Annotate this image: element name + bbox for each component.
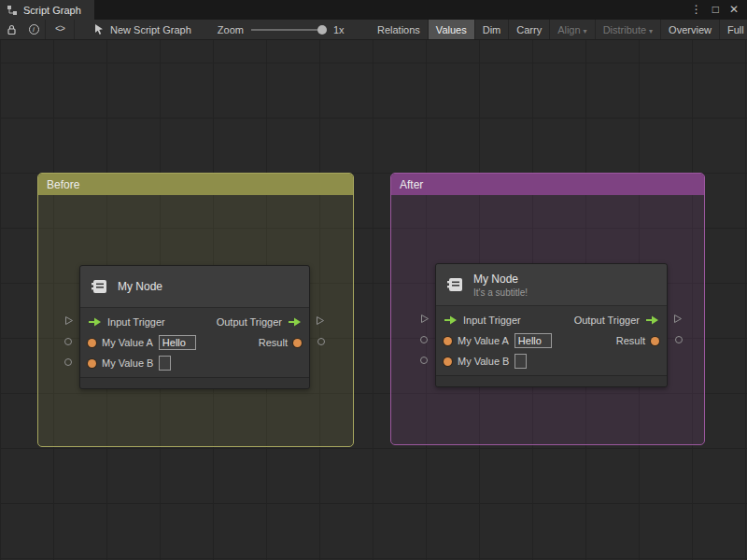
port-label-result: Result xyxy=(259,337,288,348)
group-after-title: After xyxy=(400,178,423,191)
chevron-down-icon: ▾ xyxy=(649,27,653,35)
port-row: My Value A Result xyxy=(436,330,667,351)
value-a-input[interactable] xyxy=(514,333,552,348)
external-trigger-port-left[interactable] xyxy=(420,314,430,324)
external-value-port-right[interactable] xyxy=(317,338,325,345)
value-port-icon[interactable] xyxy=(88,359,96,368)
graph-name: New Script Graph xyxy=(110,24,191,35)
node-footer xyxy=(80,377,309,388)
value-port-icon[interactable] xyxy=(293,339,302,347)
tab-title: Script Graph xyxy=(23,5,81,16)
value-a-input[interactable] xyxy=(159,335,196,350)
port-label-value-a: My Value A xyxy=(458,335,509,346)
external-trigger-port-left[interactable] xyxy=(64,315,74,326)
toolbar-buttons: Relations Values Dim Carry Align ▾ Distr… xyxy=(370,20,747,40)
graph-canvas[interactable]: Before After My Node xyxy=(0,40,747,560)
node-header[interactable]: My Node It's a subtitle! xyxy=(436,264,667,306)
node-subtitle: It's a subtitle! xyxy=(473,287,528,298)
node-title: My Node xyxy=(473,273,528,286)
port-label-value-b: My Value B xyxy=(458,356,509,367)
node-footer xyxy=(436,375,667,386)
unit-icon xyxy=(446,275,465,294)
flow-out-arrow-icon[interactable] xyxy=(645,315,659,325)
port-row: My Value A Result xyxy=(80,332,309,353)
flow-in-arrow-icon[interactable] xyxy=(444,315,458,325)
value-port-icon[interactable] xyxy=(444,357,452,366)
value-port-icon[interactable] xyxy=(88,339,96,347)
value-port-icon[interactable] xyxy=(444,337,452,345)
distribute-button[interactable]: Distribute ▾ xyxy=(596,20,661,40)
window-menu-icon[interactable]: ⋮ xyxy=(691,0,702,20)
group-after-header[interactable]: After xyxy=(391,174,704,195)
port-label-result: Result xyxy=(616,335,645,346)
external-value-port-right[interactable] xyxy=(675,336,683,343)
port-label-value-a: My Value A xyxy=(102,337,153,348)
zoom-slider-track[interactable] xyxy=(251,29,326,31)
window-controls: ⋮ □ ✕ xyxy=(691,0,747,20)
relations-button[interactable]: Relations xyxy=(370,20,429,40)
port-label-output-trigger: Output Trigger xyxy=(574,315,640,326)
window-close-icon[interactable]: ✕ xyxy=(729,0,739,20)
port-label-input-trigger: Input Trigger xyxy=(463,315,521,326)
node-body: Input Trigger Output Trigger My Value A xyxy=(436,306,667,375)
node-my-node-after[interactable]: My Node It's a subtitle! Input Trigger O… xyxy=(435,263,668,387)
graph-pointer-icon xyxy=(93,23,105,35)
info-button[interactable]: i xyxy=(22,20,45,40)
external-value-port-left[interactable] xyxy=(420,357,428,364)
dim-button[interactable]: Dim xyxy=(475,20,510,40)
external-value-port-left[interactable] xyxy=(64,358,72,366)
align-button[interactable]: Align ▾ xyxy=(550,20,595,40)
zoom-value: 1x xyxy=(333,24,345,35)
overview-button[interactable]: Overview xyxy=(661,20,720,40)
port-row: Input Trigger Output Trigger xyxy=(80,312,309,332)
distribute-label: Distribute xyxy=(603,24,646,35)
group-before-header[interactable]: Before xyxy=(38,174,353,195)
node-body: Input Trigger Output Trigger My Value A xyxy=(80,308,309,377)
graph-icon xyxy=(7,5,18,16)
port-row: My Value B xyxy=(80,353,309,373)
tab-script-graph[interactable]: Script Graph xyxy=(0,0,94,20)
external-trigger-port-right[interactable] xyxy=(673,314,683,324)
zoom-control: Zoom 1x xyxy=(218,24,345,35)
graph-selector[interactable]: New Script Graph xyxy=(93,23,191,35)
port-label-output-trigger: Output Trigger xyxy=(217,316,282,328)
port-label-value-b: My Value B xyxy=(102,357,153,369)
lock-button[interactable] xyxy=(0,20,22,40)
zoom-label: Zoom xyxy=(218,24,244,35)
flow-in-arrow-icon[interactable] xyxy=(88,317,102,327)
align-label: Align xyxy=(557,24,580,35)
unit-icon xyxy=(91,277,109,296)
info-icon: i xyxy=(29,24,39,35)
values-button[interactable]: Values xyxy=(429,20,475,40)
port-label-input-trigger: Input Trigger xyxy=(107,316,165,328)
port-row: My Value B xyxy=(436,351,667,371)
external-value-port-left[interactable] xyxy=(64,338,72,345)
node-title: My Node xyxy=(118,280,162,293)
group-before-title: Before xyxy=(47,178,79,191)
value-b-input[interactable] xyxy=(159,356,171,371)
zoom-slider[interactable] xyxy=(251,24,326,35)
fullscreen-button[interactable]: Full Scr xyxy=(720,20,747,40)
flow-out-arrow-icon[interactable] xyxy=(288,317,302,327)
chevron-down-icon: ▾ xyxy=(584,27,587,35)
value-port-icon[interactable] xyxy=(651,337,659,345)
code-view-button[interactable]: <> xyxy=(46,20,74,40)
zoom-slider-handle[interactable] xyxy=(317,25,327,35)
carry-button[interactable]: Carry xyxy=(509,20,550,40)
tab-bar: Script Graph ⋮ □ ✕ xyxy=(0,0,747,20)
value-b-input[interactable] xyxy=(514,354,527,369)
node-my-node-before[interactable]: My Node Input Trigger Output Trigger xyxy=(79,265,310,389)
window-maximize-icon[interactable]: □ xyxy=(712,0,719,20)
external-trigger-port-right[interactable] xyxy=(316,315,325,326)
lock-icon xyxy=(7,24,17,35)
external-value-port-left[interactable] xyxy=(420,336,428,343)
toolbar-separator xyxy=(74,20,75,40)
node-header[interactable]: My Node xyxy=(80,266,309,308)
graph-toolbar: i <> New Script Graph Zoom 1x Relations … xyxy=(0,20,747,40)
port-row: Input Trigger Output Trigger xyxy=(436,310,667,330)
